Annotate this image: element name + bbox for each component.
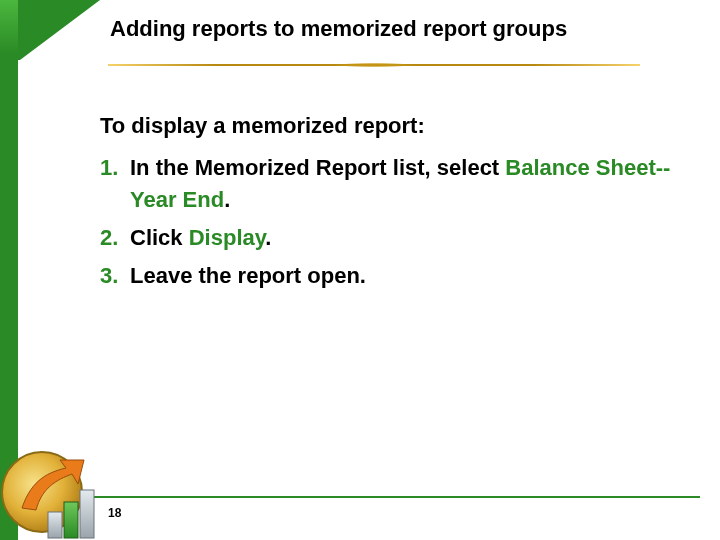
step-2: 2. Click Display. bbox=[100, 222, 680, 254]
step-text: In the Memorized Report list, select Bal… bbox=[130, 152, 680, 216]
svg-rect-3 bbox=[80, 490, 94, 538]
footer-rule bbox=[18, 496, 700, 498]
step-text: Click Display. bbox=[130, 222, 680, 254]
logo-icon bbox=[0, 430, 105, 540]
step-1: 1. In the Memorized Report list, select … bbox=[100, 152, 680, 216]
step-number: 2. bbox=[100, 222, 130, 254]
step-number: 1. bbox=[100, 152, 130, 216]
step2-highlight: Display bbox=[189, 225, 266, 250]
step-3: 3. Leave the report open. bbox=[100, 260, 680, 292]
step2-part-a: Click bbox=[130, 225, 189, 250]
step-text: Leave the report open. bbox=[130, 260, 680, 292]
step2-part-c: . bbox=[265, 225, 271, 250]
corner-highlight bbox=[0, 0, 18, 60]
page-number: 18 bbox=[108, 506, 121, 520]
slide-title: Adding reports to memorized report group… bbox=[110, 16, 700, 42]
svg-rect-1 bbox=[48, 512, 62, 538]
step3-text: Leave the report open. bbox=[130, 263, 366, 288]
intro-text: To display a memorized report: bbox=[100, 110, 680, 142]
body-content: To display a memorized report: 1. In the… bbox=[100, 110, 680, 297]
step1-part-a: In the Memorized Report list, select bbox=[130, 155, 505, 180]
step-number: 3. bbox=[100, 260, 130, 292]
title-underline bbox=[108, 62, 640, 68]
slide: Adding reports to memorized report group… bbox=[0, 0, 720, 540]
svg-rect-2 bbox=[64, 502, 78, 538]
step1-part-c: . bbox=[224, 187, 230, 212]
